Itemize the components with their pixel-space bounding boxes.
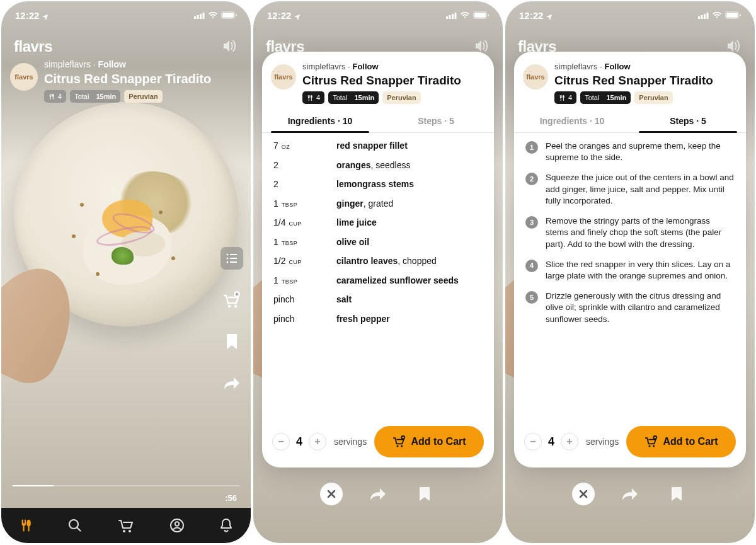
svg-rect-5 <box>222 13 234 18</box>
svg-rect-0 <box>194 16 196 19</box>
bookmark-button[interactable] <box>413 483 436 505</box>
share-button[interactable] <box>220 372 243 394</box>
servings-minus[interactable]: − <box>272 433 290 450</box>
share-button[interactable] <box>367 483 389 505</box>
ingredient-row: 2lemongrass stems <box>273 179 483 190</box>
avatar[interactable]: flavrs <box>523 64 548 89</box>
video-duration: :56 <box>225 493 237 503</box>
avatar[interactable]: flavrs <box>10 63 38 91</box>
servings-value: 4 <box>296 435 302 449</box>
bookmark-button[interactable] <box>665 483 688 505</box>
steps-list: 1Peel the oranges and supreme them, keep… <box>514 133 746 418</box>
bottom-nav <box>1 508 251 543</box>
nav-cart[interactable] <box>118 518 134 533</box>
svg-point-39 <box>648 445 650 447</box>
author-name[interactable]: simpleflavrs <box>44 59 91 69</box>
step-row: 2Squeeze the juice out of the centers in… <box>525 172 735 207</box>
ingredient-row: 1 TBSPginger, grated <box>273 198 483 210</box>
ingredients-list: 7 ozred snapper fillet2oranges, seedless… <box>262 133 494 418</box>
ingredient-row: pinchfresh pepper <box>273 314 483 325</box>
step-row: 3Remove the stringy parts of the lemongr… <box>525 215 735 250</box>
cuisine-badge: Peruvian <box>634 91 672 104</box>
volume-icon[interactable] <box>222 39 237 53</box>
servings-plus[interactable]: + <box>309 433 326 450</box>
servings-minus[interactable]: − <box>524 433 542 450</box>
servings-badge: 4 <box>302 91 324 104</box>
svg-rect-2 <box>200 14 202 19</box>
add-to-cart-button[interactable] <box>220 289 243 311</box>
svg-rect-32 <box>701 15 703 19</box>
svg-point-40 <box>653 445 655 447</box>
svg-rect-26 <box>474 13 486 18</box>
location-icon <box>43 10 49 21</box>
svg-rect-24 <box>455 13 457 19</box>
wifi-icon <box>208 11 218 19</box>
svg-point-9 <box>227 258 229 260</box>
servings-stepper: − 4 + <box>272 433 326 450</box>
tab-steps[interactable]: Steps · 5 <box>630 110 746 132</box>
nav-profile[interactable] <box>169 518 185 533</box>
avatar[interactable]: flavrs <box>271 64 296 89</box>
close-button[interactable] <box>320 483 343 505</box>
svg-rect-36 <box>726 13 738 18</box>
step-row: 1Peel the oranges and supreme them, keep… <box>525 141 735 163</box>
svg-point-30 <box>401 445 403 447</box>
utensils-icon <box>307 95 314 101</box>
servings-label: servings <box>334 437 367 447</box>
video-progress[interactable] <box>13 485 239 486</box>
battery-icon <box>221 11 237 19</box>
nav-search[interactable] <box>67 518 83 533</box>
tab-ingredients[interactable]: Ingredients · 10 <box>514 110 630 132</box>
follow-button[interactable]: Follow <box>352 62 378 71</box>
svg-rect-34 <box>707 13 709 19</box>
tab-steps[interactable]: Steps · 5 <box>378 110 494 132</box>
svg-rect-6 <box>236 14 237 16</box>
step-row: 5Drizzle generously with the citrus dres… <box>525 290 735 325</box>
screen-video-feed: 12:22 flavrs flavrs simpleflavrs · Follo… <box>1 1 251 543</box>
recipe-header: flavrs simpleflavrs · Follow Citrus Red … <box>10 59 242 103</box>
svg-point-14 <box>228 305 231 307</box>
recipe-sheet: flavrs simpleflavrs · Follow Citrus Red … <box>262 52 494 468</box>
author-name[interactable]: simpleflavrs <box>554 62 598 71</box>
ingredient-row: 1 TBSPolive oil <box>273 237 483 248</box>
svg-point-15 <box>234 305 237 307</box>
ingredients-button[interactable] <box>220 247 243 270</box>
volume-icon[interactable] <box>474 39 489 53</box>
ingredient-row: 1/4 CUPlime juice <box>273 217 483 229</box>
author-name[interactable]: simpleflavrs <box>302 62 346 71</box>
utensils-icon <box>49 93 55 100</box>
bookmark-button[interactable] <box>220 330 243 353</box>
svg-rect-10 <box>230 258 237 259</box>
servings-plus[interactable]: + <box>561 433 578 450</box>
tab-ingredients[interactable]: Ingredients · 10 <box>262 110 378 132</box>
volume-icon[interactable] <box>726 39 741 53</box>
nav-home[interactable] <box>19 519 33 532</box>
add-to-cart-button[interactable]: Add to Cart <box>626 426 736 457</box>
follow-button[interactable]: Follow <box>98 59 126 69</box>
side-actions <box>220 247 243 394</box>
time-badge: Total 15min <box>70 90 120 103</box>
screen-ingredients: 12:22 flavrs flavrs simpleflavrs · Follo… <box>253 1 503 543</box>
close-button[interactable] <box>572 483 595 505</box>
cart-plus-icon <box>392 435 406 448</box>
svg-rect-21 <box>446 16 448 19</box>
add-to-cart-button[interactable]: Add to Cart <box>374 426 484 457</box>
svg-rect-12 <box>230 261 237 263</box>
svg-point-17 <box>123 530 125 532</box>
ingredient-row: 1/2 CUPcilantro leaves, chopped <box>273 256 483 267</box>
brand-logo: flavrs <box>14 38 52 55</box>
svg-rect-37 <box>740 14 741 16</box>
follow-button[interactable]: Follow <box>604 62 630 71</box>
svg-rect-33 <box>704 14 706 19</box>
servings-badge: 4 <box>44 90 66 103</box>
svg-rect-1 <box>197 15 199 19</box>
svg-rect-8 <box>230 254 237 255</box>
share-button[interactable] <box>619 483 641 505</box>
cuisine-badge: Peruvian <box>382 91 420 104</box>
nav-notifications[interactable] <box>219 518 233 533</box>
cuisine-badge: Peruvian <box>124 90 162 103</box>
svg-point-7 <box>227 254 229 256</box>
status-time: 12:22 <box>15 10 39 21</box>
recipe-sheet: flavrs simpleflavrs · Follow Citrus Red … <box>514 52 746 468</box>
ingredient-row: pinchsalt <box>273 294 483 306</box>
